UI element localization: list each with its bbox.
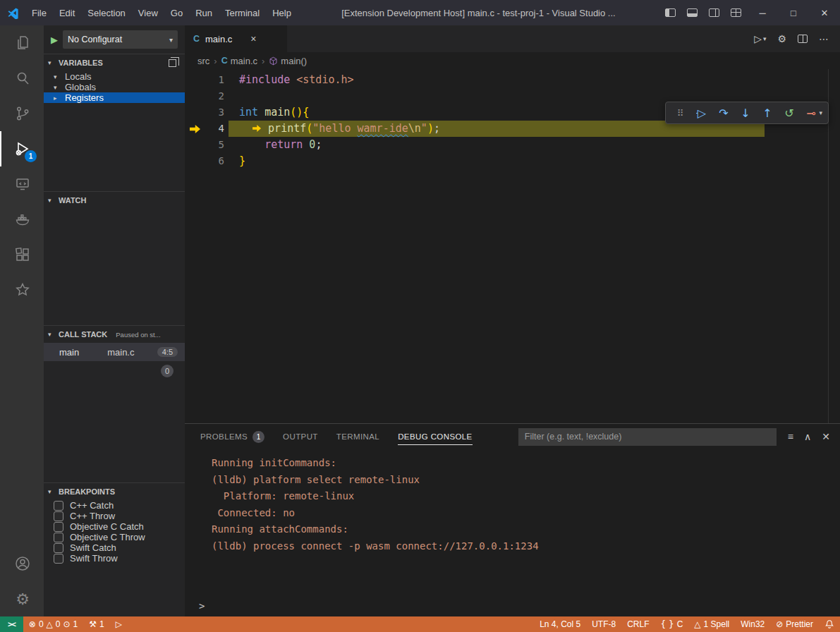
breakpoint-item[interactable]: Objective C Throw <box>44 532 185 542</box>
panel-tab-terminal[interactable]: TERMINAL <box>336 424 379 449</box>
menu-bar: FileEditSelectionViewGoRunTerminalHelp <box>25 0 298 25</box>
gutter[interactable] <box>185 137 203 153</box>
breakpoint-item[interactable]: C++ Catch <box>44 500 185 511</box>
menu-file[interactable]: File <box>25 0 53 25</box>
tab-main-c[interactable]: C main.c × <box>185 25 287 52</box>
run-and-debug-icon[interactable]: 1 <box>0 131 44 166</box>
remote-icon: >< <box>8 620 16 628</box>
menu-help[interactable]: Help <box>266 0 298 25</box>
test-explorer-icon[interactable] <box>0 272 44 308</box>
console-line: Connected: no <box>212 505 840 522</box>
gutter[interactable] <box>185 104 203 121</box>
gutter[interactable] <box>185 121 203 137</box>
panel-tab-problems[interactable]: PROBLEMS1 <box>200 424 264 449</box>
settings-gear-icon[interactable]: ⚙ <box>0 581 44 616</box>
chevron-down-icon: ▾ <box>54 84 61 91</box>
close-panel-icon[interactable]: ✕ <box>822 431 830 442</box>
breakpoint-item[interactable]: Swift Throw <box>44 553 185 564</box>
menu-run[interactable]: Run <box>189 0 219 25</box>
spell-status[interactable]: △ 1 Spell <box>688 616 735 632</box>
editor-settings-icon[interactable]: ⚙ <box>777 33 786 44</box>
run-file-button[interactable]: ▷ ▾ <box>754 33 766 44</box>
search-icon[interactable] <box>0 61 44 96</box>
toggle-secondary-sidebar-icon[interactable] <box>709 8 719 17</box>
panel-tab-output[interactable]: OUTPUT <box>283 424 318 449</box>
vscode-window: FileEditSelectionViewGoRunTerminalHelp [… <box>0 0 840 632</box>
gutter[interactable] <box>185 72 203 88</box>
call-stack-header[interactable]: ▾ CALL STACK Paused on st... <box>44 326 185 343</box>
gutter[interactable] <box>185 88 203 104</box>
breakpoint-item[interactable]: Swift Catch <box>44 542 185 553</box>
breadcrumb-symbol[interactable]: main() <box>269 56 307 66</box>
menu-go[interactable]: Go <box>164 0 189 25</box>
split-editor-icon[interactable] <box>798 35 808 43</box>
step-over-icon[interactable]: ↷ <box>712 107 734 120</box>
panel-tab-label: DEBUG CONSOLE <box>398 432 473 441</box>
explorer-icon[interactable] <box>0 25 44 61</box>
maximize-panel-icon[interactable]: ∧ <box>804 431 811 442</box>
gutter[interactable] <box>185 153 203 169</box>
collapse-all-icon[interactable] <box>169 59 176 67</box>
language-mode[interactable]: { } C <box>655 616 689 632</box>
breakpoint-checkbox[interactable] <box>54 501 63 511</box>
chevron-down-icon[interactable]: ▾ <box>819 109 825 116</box>
breakpoint-checkbox[interactable] <box>54 533 63 542</box>
breakpoint-checkbox[interactable] <box>54 511 63 521</box>
breakpoints-title: BREAKPOINTS <box>59 487 115 496</box>
breakpoints-header[interactable]: ▾ BREAKPOINTS <box>44 483 185 500</box>
tools-status[interactable]: ⚒ 1 <box>83 616 109 632</box>
variables-item-globals[interactable]: ▾Globals <box>44 82 185 92</box>
debug-console-input[interactable]: > <box>185 595 840 616</box>
step-out-icon[interactable]: ↑ <box>756 107 778 120</box>
more-actions-icon[interactable]: ⋯ <box>819 33 829 44</box>
variables-item-registers[interactable]: ▸Registers <box>44 92 185 103</box>
maximize-button[interactable]: □ <box>778 0 809 25</box>
menu-view[interactable]: View <box>132 0 164 25</box>
breadcrumb-folder[interactable]: src <box>197 56 209 66</box>
debug-config-dropdown[interactable]: No Configurat ▾ <box>63 30 178 49</box>
breakpoint-item[interactable]: C++ Throw <box>44 511 185 521</box>
stack-frame-row[interactable]: main main.c 4:5 <box>44 343 185 361</box>
problems-status[interactable]: ⊗ 0 △ 0 ⊙ 1 <box>23 616 83 632</box>
extensions-icon[interactable] <box>0 237 44 272</box>
breakpoint-item[interactable]: Objective C Catch <box>44 521 185 532</box>
output-actions-icon[interactable]: ≡ <box>788 431 793 442</box>
menu-selection[interactable]: Selection <box>81 0 131 25</box>
variables-header[interactable]: ▾ VARIABLES <box>44 54 185 71</box>
remote-indicator[interactable]: >< <box>0 616 23 632</box>
cursor-position[interactable]: Ln 4, Col 5 <box>534 616 586 632</box>
eol-status[interactable]: CRLF <box>621 616 655 632</box>
panel-tab-debug-console[interactable]: DEBUG CONSOLE <box>398 424 473 449</box>
watch-header[interactable]: ▾ WATCH <box>44 192 185 209</box>
code-editor[interactable]: 1#include <stdio.h>23int main(){4 printf… <box>185 69 840 423</box>
menu-terminal[interactable]: Terminal <box>219 0 266 25</box>
start-debug-icon[interactable]: ▶ <box>51 35 58 45</box>
customize-layout-icon[interactable] <box>731 8 741 17</box>
minimize-button[interactable]: ─ <box>747 0 778 25</box>
debug-console-output[interactable]: Running initCommands:(lldb) platform sel… <box>185 449 840 595</box>
formatter-status[interactable]: ⊘ Prettier <box>770 616 819 632</box>
breadcrumb-file[interactable]: C main.c <box>221 56 257 66</box>
close-button[interactable]: ✕ <box>809 0 840 25</box>
menu-edit[interactable]: Edit <box>53 0 81 25</box>
variables-item-locals[interactable]: ▾Locals <box>44 71 185 82</box>
breakpoint-checkbox[interactable] <box>54 543 63 553</box>
breakpoint-checkbox[interactable] <box>54 554 63 564</box>
encoding-status[interactable]: UTF-8 <box>586 616 621 632</box>
account-icon[interactable] <box>0 546 44 581</box>
grip-icon[interactable]: ⠿ <box>669 108 690 119</box>
breakpoint-checkbox[interactable] <box>54 522 63 532</box>
toggle-primary-sidebar-icon[interactable] <box>665 8 676 17</box>
restart-icon[interactable]: ↺ <box>778 107 800 120</box>
toggle-panel-icon[interactable] <box>687 8 698 17</box>
tab-close-icon[interactable]: × <box>250 33 256 44</box>
source-control-icon[interactable] <box>0 96 44 131</box>
debug-status[interactable]: ▷ <box>110 616 128 632</box>
docker-icon[interactable] <box>0 202 44 237</box>
platform-status[interactable]: Win32 <box>735 616 770 632</box>
continue-icon[interactable]: ▷ <box>690 107 712 120</box>
notifications-bell[interactable] <box>819 616 840 632</box>
remote-explorer-icon[interactable] <box>0 166 44 202</box>
step-into-icon[interactable]: ↓ <box>734 107 756 120</box>
console-filter-input[interactable] <box>518 428 777 446</box>
